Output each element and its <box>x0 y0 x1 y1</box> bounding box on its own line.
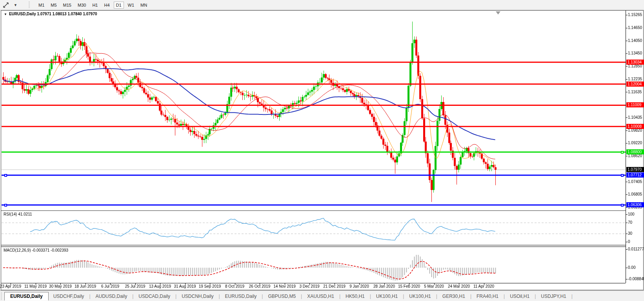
price-chart-canvas[interactable] <box>0 0 644 301</box>
chart-title-text: EURUSD,Daily 1.07971 1.08013 1.07840 1.0… <box>9 12 97 16</box>
rsi-axis-tick: 0 <box>628 239 630 244</box>
timeframe-toolbar: ▼ M1M5M15M30H1H4D1W1MN <box>0 0 644 10</box>
price-axis-tick: 1.12235 <box>628 77 642 81</box>
tabbar-grip <box>1 292 2 300</box>
macd-axis-tick: 0.011277 <box>628 247 644 251</box>
chart-tab-gbpusd-m5[interactable]: GBPUSD,M5 <box>263 292 300 300</box>
price-level-badge-support-line: 1.07712 <box>626 172 644 178</box>
price-axis-tick: 1.14650 <box>628 25 642 30</box>
timeframe-button-m1[interactable]: M1 <box>36 2 47 9</box>
macd-axis-tick: 0.00 <box>628 265 635 270</box>
price-level-badge-current-price: 1.07970 <box>626 167 644 172</box>
price-axis-tick: 1.09220 <box>628 141 642 145</box>
chart-tab-audusd-daily[interactable]: AUDUSD,Daily <box>91 292 132 300</box>
price-axis-tick: 1.11635 <box>628 90 642 94</box>
price-level-badge-support-line: 1.06306 <box>626 202 644 207</box>
timeframe-button-m30[interactable]: M30 <box>75 2 88 9</box>
rsi-axis-tick: 30 <box>628 231 632 236</box>
price-level-badge-resistance-line: 1.11009 <box>626 102 644 107</box>
rsi-axis-tick: 100 <box>628 212 635 216</box>
chart-tab-eurusd-daily[interactable]: EURUSD,Daily <box>220 292 262 300</box>
chevron-down-icon[interactable]: ▼ <box>14 3 19 7</box>
timeframe-button-mn[interactable]: MN <box>138 2 149 9</box>
chart-tab-usdcad-daily[interactable]: USDCAD,Daily <box>134 292 175 300</box>
time-axis-label: 11 Apr 2020 <box>468 284 500 288</box>
chart-tab-usdjpy-h1[interactable]: USDJPY,H1 <box>536 292 571 300</box>
toolbar-grip <box>29 2 30 9</box>
price-level-badge-support-line: 1.08800 <box>626 149 644 154</box>
price-level-badge-resistance-line: 1.10008 <box>626 124 644 129</box>
cursor-tool-icon[interactable] <box>1 1 11 9</box>
timeframe-button-d1[interactable]: D1 <box>114 2 124 9</box>
chart-tab-usdcnh-daily[interactable]: USDCNH,Daily <box>177 292 218 300</box>
timeframe-button-m5[interactable]: M5 <box>48 2 59 9</box>
chart-tab-eurusd-daily[interactable]: EURUSD,Daily <box>4 292 49 301</box>
chart-shift-arrow-icon[interactable] <box>496 11 500 15</box>
price-axis-tick: 1.14050 <box>628 38 642 43</box>
chart-tab-usoil-h1[interactable]: USOil,H1 <box>505 292 534 300</box>
timeframe-buttons: M1M5M15M30H1H4D1W1MN <box>35 2 150 9</box>
price-level-badge-resistance-line: 1.12004 <box>626 82 644 87</box>
chart-tab-hk50-h1[interactable]: HK50,H1 <box>341 292 369 300</box>
macd-indicator-label: MACD(12,26,9) -0.003371 -0.002393 <box>4 248 68 252</box>
chart-tab-uk100-h1[interactable]: UK100,H1 <box>371 292 402 300</box>
tab-separator: | <box>571 294 573 299</box>
price-axis-tick: 1.10435 <box>628 115 642 120</box>
chart-tab-usdchf-daily[interactable]: USDCHF,Daily <box>49 292 89 300</box>
macd-axis-tick: -0.008845 <box>628 277 644 281</box>
price-axis-tick: 1.07405 <box>628 180 642 184</box>
timeframe-button-m15[interactable]: M15 <box>61 2 74 9</box>
timeframe-button-h1[interactable]: H1 <box>90 2 100 9</box>
chart-tab-xauusd-h1[interactable]: XAUUSD,H1 <box>302 292 339 300</box>
price-level-badge-resistance-line: 1.13034 <box>626 60 644 65</box>
rsi-indicator-label: RSI(14) 41.0211 <box>4 212 32 216</box>
timeframe-button-w1[interactable]: W1 <box>126 2 137 9</box>
chart-tab-fra40-h1[interactable]: FRA40,H1 <box>472 292 503 300</box>
rsi-axis-tick: 70 <box>628 220 632 225</box>
chart-tab-bar: EURUSD,DailyUSDCHF,Daily|AUDUSD,Daily|US… <box>0 290 644 301</box>
price-axis-tick: 1.15265 <box>628 13 642 17</box>
chart-tab-uk100-h1[interactable]: UK100,H1 <box>404 292 435 300</box>
price-axis-tick: 1.13450 <box>628 51 642 55</box>
collapse-triangle-icon[interactable]: ▼ <box>4 13 7 16</box>
chart-tab-ger30-h1[interactable]: GER30,H1 <box>438 292 470 300</box>
timeframe-button-h4[interactable]: H4 <box>102 2 112 9</box>
price-axis-tick: 1.06805 <box>628 192 642 196</box>
mt4-window: ▼ M1M5M15M30H1H4D1W1MN ▼EURUSD,Daily 1.0… <box>0 0 644 301</box>
chart-title: ▼EURUSD,Daily 1.07971 1.08013 1.07840 1.… <box>4 12 97 16</box>
